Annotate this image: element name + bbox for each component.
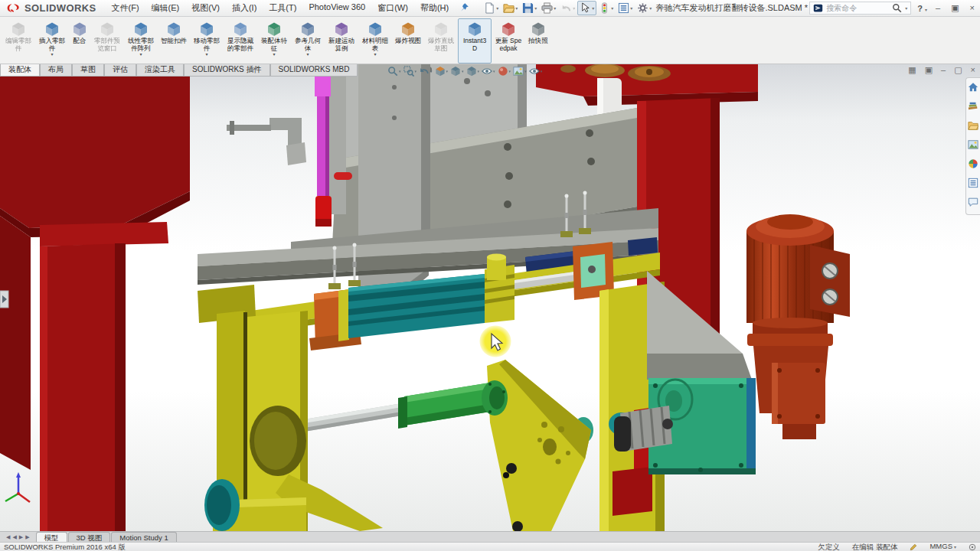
editing-status: 在编辑 装配体 <box>852 543 898 551</box>
undo-icon[interactable]: ▾ <box>558 1 577 15</box>
units-selector[interactable]: MMGS▾ <box>929 542 956 551</box>
linear-pattern-icon[interactable]: 线性零部件阵列 ▾ <box>124 18 158 64</box>
doc-window-button[interactable]: – <box>941 65 946 75</box>
dropdown-caret-icon: ▾ <box>611 5 613 11</box>
dropdown-caret-icon: ▾ <box>534 5 537 11</box>
print-icon[interactable]: ▾ <box>539 1 558 15</box>
update-speedpak-icon[interactable]: 更新 Speedpak ▾ <box>492 18 525 64</box>
move-component-icon[interactable]: 移动零部件 ▾ <box>190 18 224 64</box>
doc-window-button[interactable]: × <box>971 65 975 75</box>
edit-appearance-icon[interactable]: ▾ <box>498 66 511 77</box>
dropdown-caret-icon[interactable]: ▾ <box>273 52 275 57</box>
close-button[interactable]: × <box>965 3 980 13</box>
search-box[interactable]: ▾ <box>809 2 911 15</box>
exploded-view-icon[interactable]: 爆炸视图 ▾ <box>392 18 424 64</box>
select-arrow-icon[interactable]: ▾ <box>577 1 596 15</box>
insert-components-icon[interactable]: 插入零部件 ▾ <box>35 18 69 64</box>
dropdown-caret-icon[interactable]: ▾ <box>306 52 309 57</box>
view-settings-icon[interactable]: ▾ <box>529 66 543 77</box>
doc-window-button[interactable]: ▦ <box>908 65 916 75</box>
smart-fasteners-icon[interactable]: 智能扣件 ▾ <box>158 18 190 64</box>
ribbon-button-label: 配合 <box>74 37 87 45</box>
menu-pin-icon[interactable] <box>455 2 474 14</box>
menu-item[interactable]: 编辑(E) <box>145 0 186 16</box>
装配体[interactable]: 装配体 <box>0 64 40 77</box>
search-input[interactable] <box>826 4 889 12</box>
tab-scroll-arrow-icon[interactable]: ◀ <box>12 534 16 540</box>
menu-item[interactable]: 帮助(H) <box>414 0 455 16</box>
component-preview-icon[interactable]: 零部件预览窗口 ▾ <box>90 18 124 64</box>
模型[interactable]: 模型 <box>36 532 67 542</box>
new-motion-study-icon[interactable]: 新建运动算例 ▾ <box>325 18 358 64</box>
dropdown-caret-icon[interactable]: ▾ <box>205 52 207 57</box>
Motion Study 1[interactable]: Motion Study 1 <box>111 532 176 542</box>
feature-tree-flyout[interactable] <box>0 291 8 308</box>
options-gear-icon[interactable]: ▾ <box>635 1 654 15</box>
doc-window-button[interactable]: ▣ <box>925 65 933 75</box>
file-explorer-icon[interactable] <box>968 120 978 134</box>
ribbon-button-label: 显示隐藏的零部件 <box>227 37 254 52</box>
restore-button[interactable]: ▣ <box>946 3 964 13</box>
menu-item[interactable]: PhotoView 360 <box>302 0 371 16</box>
rebuild-icon[interactable]: ▾ <box>596 1 616 15</box>
menu-item[interactable]: 插入(I) <box>226 0 263 16</box>
show-hidden-components-icon[interactable]: 显示隐藏的零部件 ▾ <box>224 18 257 64</box>
take-snapshot-icon[interactable]: 拍快照 ▾ <box>525 18 551 64</box>
zoom-fit-icon[interactable]: ▾ <box>387 66 401 77</box>
search-magnifier-icon[interactable] <box>892 3 902 13</box>
hide-show-items-icon[interactable]: ▾ <box>482 66 495 77</box>
dropdown-caret-icon: ▾ <box>515 5 518 11</box>
tab-scroll-arrow-icon[interactable]: ▶ <box>19 534 23 540</box>
section-view-icon[interactable]: ▾ <box>435 66 449 77</box>
open-document-icon[interactable]: ▾ <box>501 1 520 15</box>
渲染工具[interactable]: 渲染工具 <box>136 64 184 77</box>
dropdown-caret-icon[interactable]: ▾ <box>51 52 53 57</box>
reference-geometry-icon[interactable]: 参考几何体 ▾ <box>291 18 325 64</box>
dropdown-caret-icon[interactable]: ▾ <box>139 52 142 57</box>
tag-icon[interactable] <box>969 543 976 551</box>
menu-item[interactable]: 工具(T) <box>263 0 302 16</box>
display-style-icon[interactable]: ▾ <box>466 66 480 77</box>
草图[interactable]: 草图 <box>72 64 104 77</box>
model-canvas[interactable] <box>0 64 980 531</box>
appearances-scenes-icon[interactable] <box>968 158 978 172</box>
minimize-button[interactable]: – <box>930 3 946 13</box>
custom-properties-icon[interactable] <box>968 178 978 191</box>
bill-of-materials-icon[interactable]: 材料明细表 ▾ <box>358 18 392 64</box>
help-button[interactable]: ? ▾ <box>914 4 930 13</box>
previous-view-icon[interactable]: ▾ <box>419 66 433 77</box>
graphics-area[interactable]: 装配体 布局 草图 评估 渲染工具 SOLIDWORKS 插件 SOLIDWOR… <box>0 64 980 531</box>
doc-window-button[interactable]: ▢ <box>954 65 962 75</box>
SOLIDWORKS MBD[interactable]: SOLIDWORKS MBD <box>270 64 358 77</box>
tab-scroll-arrow-icon[interactable]: ▶ <box>25 534 29 540</box>
instant3d-icon[interactable]: Instant3D ▾ <box>458 18 492 64</box>
edit-component-icon[interactable]: 编辑零部件 ▾ <box>2 18 35 64</box>
menu-item[interactable]: 视图(V) <box>185 0 226 16</box>
design-library-icon[interactable] <box>968 101 978 115</box>
menu-item[interactable]: 窗口(W) <box>371 0 414 16</box>
sw-resources-home-icon[interactable] <box>968 82 978 96</box>
SOLIDWORKS 插件[interactable]: SOLIDWORKS 插件 <box>184 64 270 77</box>
constraint-status: 欠定义 <box>818 543 840 551</box>
3D 视图[interactable]: 3D 视图 <box>68 532 111 542</box>
product-version-text: SOLIDWORKS Premium 2016 x64 版 <box>4 543 805 551</box>
search-caret-icon[interactable]: ▾ <box>905 5 907 11</box>
new-document-icon[interactable]: ▾ <box>482 1 501 15</box>
options-list-icon[interactable]: ▾ <box>616 1 635 15</box>
view-palette-icon[interactable] <box>968 139 978 153</box>
apply-scene-icon[interactable]: ▾ <box>513 66 527 77</box>
view-orientation-icon[interactable]: ▾ <box>450 66 464 77</box>
mate-icon[interactable]: 配合 ▾ <box>69 18 90 64</box>
assembly-features-icon[interactable]: 装配体特征 ▾ <box>257 18 291 64</box>
dropdown-caret-icon[interactable]: ▾ <box>374 52 376 57</box>
ribbon-button-label: 爆炸直线草图 <box>427 37 455 52</box>
评估[interactable]: 评估 <box>104 64 136 77</box>
save-icon[interactable]: ▾ <box>520 1 539 15</box>
zoom-area-icon[interactable]: ▾ <box>403 66 417 77</box>
tab-scroll-arrow-icon[interactable]: ◀ <box>6 534 10 540</box>
explode-line-sketch-icon[interactable]: 爆炸直线草图 ▾ <box>424 18 458 64</box>
title-bar: SOLIDWORKS 文件(F) 编辑(E) 视图(V) 插入(I) 工具(T)… <box>0 0 980 17</box>
sw-forum-icon[interactable] <box>968 197 978 210</box>
布局[interactable]: 布局 <box>40 64 72 77</box>
menu-item[interactable]: 文件(F) <box>106 0 145 16</box>
